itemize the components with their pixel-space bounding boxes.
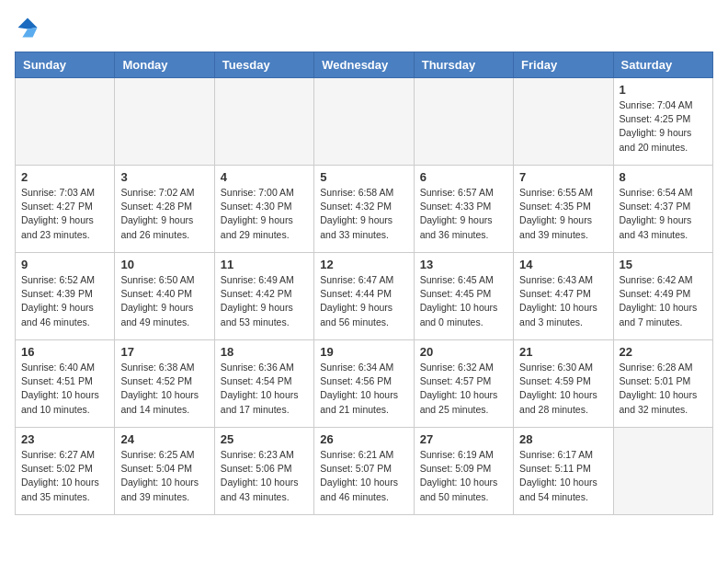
day-info: Sunrise: 6:43 AM Sunset: 4:47 PM Dayligh…: [519, 273, 607, 329]
col-header-tuesday: Tuesday: [214, 52, 313, 78]
day-info: Sunrise: 6:55 AM Sunset: 4:35 PM Dayligh…: [519, 186, 607, 242]
day-info: Sunrise: 6:40 AM Sunset: 4:51 PM Dayligh…: [21, 361, 108, 417]
day-cell: 3Sunrise: 7:02 AM Sunset: 4:28 PM Daylig…: [115, 166, 214, 253]
calendar-header-row: SundayMondayTuesdayWednesdayThursdayFrid…: [16, 52, 713, 78]
day-cell: 4Sunrise: 7:00 AM Sunset: 4:30 PM Daylig…: [214, 166, 313, 253]
day-number: 7: [519, 170, 607, 184]
day-number: 1: [620, 83, 707, 97]
day-cell: 5Sunrise: 6:58 AM Sunset: 4:32 PM Daylig…: [314, 166, 414, 253]
col-header-monday: Monday: [115, 52, 214, 78]
col-header-friday: Friday: [514, 52, 613, 78]
day-cell: [115, 78, 214, 166]
day-info: Sunrise: 6:34 AM Sunset: 4:56 PM Dayligh…: [320, 361, 407, 417]
day-number: 9: [21, 258, 108, 271]
day-cell: 9Sunrise: 6:52 AM Sunset: 4:39 PM Daylig…: [16, 253, 115, 340]
day-info: Sunrise: 6:19 AM Sunset: 5:09 PM Dayligh…: [420, 448, 507, 504]
day-cell: 12Sunrise: 6:47 AM Sunset: 4:44 PM Dayli…: [314, 253, 414, 340]
day-cell: 22Sunrise: 6:28 AM Sunset: 5:01 PM Dayli…: [613, 340, 712, 428]
day-info: Sunrise: 6:58 AM Sunset: 4:32 PM Dayligh…: [320, 186, 407, 242]
day-info: Sunrise: 6:50 AM Sunset: 4:40 PM Dayligh…: [120, 273, 208, 329]
day-number: 17: [120, 345, 208, 359]
day-cell: 14Sunrise: 6:43 AM Sunset: 4:47 PM Dayli…: [514, 253, 613, 340]
day-number: 24: [120, 432, 208, 446]
day-number: 8: [620, 170, 707, 184]
day-number: 11: [221, 258, 308, 271]
day-cell: 19Sunrise: 6:34 AM Sunset: 4:56 PM Dayli…: [314, 340, 414, 428]
col-header-saturday: Saturday: [613, 52, 712, 78]
day-info: Sunrise: 6:25 AM Sunset: 5:04 PM Dayligh…: [120, 448, 208, 504]
day-info: Sunrise: 6:17 AM Sunset: 5:11 PM Dayligh…: [519, 448, 607, 504]
day-number: 25: [221, 432, 308, 446]
day-number: 28: [519, 432, 607, 446]
week-row-5: 23Sunrise: 6:27 AM Sunset: 5:02 PM Dayli…: [16, 428, 713, 515]
day-cell: 11Sunrise: 6:49 AM Sunset: 4:42 PM Dayli…: [214, 253, 313, 340]
day-number: 15: [620, 258, 707, 271]
week-row-2: 2Sunrise: 7:03 AM Sunset: 4:27 PM Daylig…: [16, 166, 713, 253]
day-number: 16: [21, 345, 108, 359]
day-cell: 6Sunrise: 6:57 AM Sunset: 4:33 PM Daylig…: [414, 166, 513, 253]
col-header-sunday: Sunday: [16, 52, 115, 78]
day-info: Sunrise: 6:32 AM Sunset: 4:57 PM Dayligh…: [420, 361, 507, 417]
day-number: 12: [320, 258, 407, 271]
day-cell: [414, 78, 513, 166]
day-number: 22: [620, 345, 707, 359]
day-cell: 23Sunrise: 6:27 AM Sunset: 5:02 PM Dayli…: [16, 428, 115, 515]
day-cell: 7Sunrise: 6:55 AM Sunset: 4:35 PM Daylig…: [514, 166, 613, 253]
col-header-thursday: Thursday: [414, 52, 513, 78]
day-cell: 20Sunrise: 6:32 AM Sunset: 4:57 PM Dayli…: [414, 340, 513, 428]
day-number: 5: [320, 170, 407, 184]
day-info: Sunrise: 6:49 AM Sunset: 4:42 PM Dayligh…: [221, 273, 308, 329]
day-info: Sunrise: 6:28 AM Sunset: 5:01 PM Dayligh…: [620, 361, 707, 417]
day-info: Sunrise: 6:21 AM Sunset: 5:07 PM Dayligh…: [320, 448, 407, 504]
day-cell: 28Sunrise: 6:17 AM Sunset: 5:11 PM Dayli…: [514, 428, 613, 515]
day-cell: 25Sunrise: 6:23 AM Sunset: 5:06 PM Dayli…: [214, 428, 313, 515]
logo-icon: [15, 15, 40, 40]
svg-marker-1: [22, 28, 37, 38]
day-info: Sunrise: 6:27 AM Sunset: 5:02 PM Dayligh…: [21, 448, 108, 504]
day-info: Sunrise: 7:00 AM Sunset: 4:30 PM Dayligh…: [221, 186, 308, 242]
day-number: 10: [120, 258, 208, 271]
day-cell: [613, 428, 712, 515]
day-cell: 18Sunrise: 6:36 AM Sunset: 4:54 PM Dayli…: [214, 340, 313, 428]
day-cell: 16Sunrise: 6:40 AM Sunset: 4:51 PM Dayli…: [16, 340, 115, 428]
day-info: Sunrise: 6:47 AM Sunset: 4:44 PM Dayligh…: [320, 273, 407, 329]
day-number: 27: [420, 432, 507, 446]
day-cell: 1Sunrise: 7:04 AM Sunset: 4:25 PM Daylig…: [613, 78, 712, 166]
day-number: 20: [420, 345, 507, 359]
day-cell: [16, 78, 115, 166]
day-number: 4: [221, 170, 308, 184]
day-cell: 8Sunrise: 6:54 AM Sunset: 4:37 PM Daylig…: [613, 166, 712, 253]
logo: [15, 15, 44, 40]
day-number: 21: [519, 345, 607, 359]
day-info: Sunrise: 6:57 AM Sunset: 4:33 PM Dayligh…: [420, 186, 507, 242]
day-info: Sunrise: 6:38 AM Sunset: 4:52 PM Dayligh…: [120, 361, 208, 417]
week-row-4: 16Sunrise: 6:40 AM Sunset: 4:51 PM Dayli…: [16, 340, 713, 428]
calendar-table: SundayMondayTuesdayWednesdayThursdayFrid…: [15, 52, 713, 515]
day-info: Sunrise: 6:45 AM Sunset: 4:45 PM Dayligh…: [420, 273, 507, 329]
day-info: Sunrise: 6:30 AM Sunset: 4:59 PM Dayligh…: [519, 361, 607, 417]
day-info: Sunrise: 6:42 AM Sunset: 4:49 PM Dayligh…: [620, 273, 707, 329]
page-header: [15, 15, 713, 40]
day-cell: 27Sunrise: 6:19 AM Sunset: 5:09 PM Dayli…: [414, 428, 513, 515]
day-number: 3: [120, 170, 208, 184]
day-cell: 13Sunrise: 6:45 AM Sunset: 4:45 PM Dayli…: [414, 253, 513, 340]
day-number: 19: [320, 345, 407, 359]
day-number: 6: [420, 170, 507, 184]
day-cell: [314, 78, 414, 166]
day-info: Sunrise: 6:54 AM Sunset: 4:37 PM Dayligh…: [620, 186, 707, 242]
day-cell: 10Sunrise: 6:50 AM Sunset: 4:40 PM Dayli…: [115, 253, 214, 340]
week-row-1: 1Sunrise: 7:04 AM Sunset: 4:25 PM Daylig…: [16, 78, 713, 166]
day-number: 26: [320, 432, 407, 446]
day-info: Sunrise: 7:04 AM Sunset: 4:25 PM Dayligh…: [620, 98, 707, 155]
day-number: 13: [420, 258, 507, 271]
day-cell: [514, 78, 613, 166]
day-info: Sunrise: 7:02 AM Sunset: 4:28 PM Dayligh…: [120, 186, 208, 242]
day-number: 14: [519, 258, 607, 271]
day-cell: 24Sunrise: 6:25 AM Sunset: 5:04 PM Dayli…: [115, 428, 214, 515]
day-number: 2: [21, 170, 108, 184]
day-cell: 26Sunrise: 6:21 AM Sunset: 5:07 PM Dayli…: [314, 428, 414, 515]
day-number: 18: [221, 345, 308, 359]
svg-marker-0: [18, 18, 38, 29]
day-info: Sunrise: 6:52 AM Sunset: 4:39 PM Dayligh…: [21, 273, 108, 329]
day-cell: 17Sunrise: 6:38 AM Sunset: 4:52 PM Dayli…: [115, 340, 214, 428]
